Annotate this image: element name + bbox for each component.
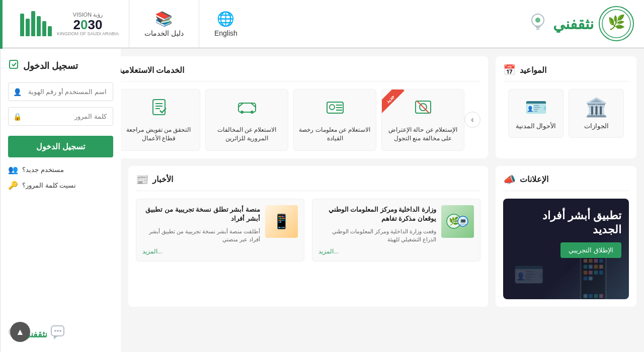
svg-line-9 xyxy=(417,101,429,113)
news-more-2[interactable]: ...المزيد xyxy=(142,248,260,255)
violations-icon xyxy=(237,97,257,122)
news-thumb-img-2: 📱 xyxy=(265,205,298,238)
announcements-title: الإعلانات xyxy=(520,174,548,184)
news-card-1: 🌿 💻 وزارة الداخلية ومركز المعلومات الوطن… xyxy=(312,199,480,261)
announcements-icon: 📣 xyxy=(503,173,516,186)
svg-point-16 xyxy=(240,111,244,114)
password-group: 🔒 xyxy=(8,107,113,126)
services-section: الخدمات الاستعلامية 🗂️ › جديد xyxy=(121,56,488,158)
vision-2030-logo: رؤية VISION 2030 KINGDOM OF SAUDI ARABIA xyxy=(10,0,129,48)
violations-label: الاستعلام عن المخالفات المرورية للزائرين xyxy=(211,126,283,143)
travel-ban-icon xyxy=(413,97,433,122)
svg-text:🌿: 🌿 xyxy=(608,14,625,31)
news-section: الأخبار 📰 🌿 xyxy=(128,166,488,307)
forgot-pass-icon: 🔑 xyxy=(8,181,18,190)
username-group: 👤 xyxy=(8,82,113,101)
news-grid: 🌿 💻 وزارة الداخلية ومركز المعلومات الوطن… xyxy=(136,199,480,261)
top-section-row: المواعيد 📅 🏛️ الجوازات 🪪 الأحوال المدنية xyxy=(128,56,636,158)
service-card-license[interactable]: الاستعلام عن معلومات رخصة القيادة xyxy=(293,89,376,151)
username-input[interactable] xyxy=(8,82,113,101)
header-right: 🌐 English 📚 دليل الخدمات رؤية VISION 203… xyxy=(10,0,253,48)
slider-prev-arrow[interactable]: › xyxy=(464,112,480,128)
news-excerpt-1: وقعت وزارة الداخلية ومركز المعلومات الوط… xyxy=(318,227,436,244)
travel-ban-label: الإستعلام عن حالة الإعتراض على مخالفة من… xyxy=(387,126,459,143)
appointment-card-civil[interactable]: 🪪 الأحوال المدنية xyxy=(508,89,564,138)
news-card-2: 📱 منصة أبشر تطلق نسخة تجريبية من تطبيق أ… xyxy=(136,199,304,261)
svg-text:🌿: 🌿 xyxy=(449,216,459,226)
passports-label: الجوازات xyxy=(584,122,609,130)
service-card-verify[interactable]: التحقق من تفويض مراجعة قطاع الأعمال xyxy=(121,89,200,151)
service-card-travel-ban[interactable]: جديد الإستعلام عن حالة الإعتراض على مخال… xyxy=(381,89,464,151)
services-title: الخدمات الاستعلامية xyxy=(121,65,184,75)
services-slider: › جديد xyxy=(121,89,480,151)
vision-bars-chart xyxy=(20,11,52,36)
news-thumb-img-1: 🌿 💻 xyxy=(441,205,474,238)
svg-text:💻: 💻 xyxy=(459,217,467,225)
header-brand: نثقفني xyxy=(525,11,594,36)
launch-trial-button[interactable]: الإطلاق التجريبي xyxy=(560,242,621,258)
services-header: الخدمات الاستعلامية 🗂️ xyxy=(121,64,480,81)
svg-rect-18 xyxy=(153,100,165,115)
new-user-icon: 👥 xyxy=(8,165,18,174)
news-content-2: منصة أبشر تطلق نسخة تجريبية من تطبيق أبش… xyxy=(142,205,260,255)
appointments-grid: 🏛️ الجوازات 🪪 الأحوال المدنية xyxy=(503,89,629,138)
brand-name: نثقفني xyxy=(553,15,594,33)
appointment-card-passports[interactable]: 🏛️ الجوازات xyxy=(569,89,624,138)
svg-point-11 xyxy=(330,105,335,110)
services-guide-nav[interactable]: 📚 دليل الخدمات xyxy=(129,0,199,48)
appointments-header: المواعيد 📅 xyxy=(503,64,629,81)
svg-point-6 xyxy=(535,18,540,23)
header-left: 🌿 نثقفني xyxy=(525,6,634,41)
globe-icon: 🌐 xyxy=(217,11,234,27)
calendar-icon: 📅 xyxy=(503,64,516,76)
language-label: English xyxy=(214,29,237,37)
language-switcher[interactable]: 🌐 English xyxy=(199,0,253,48)
license-label: الاستعلام عن معلومات رخصة القيادة xyxy=(299,126,371,143)
news-thumb-2: 📱 xyxy=(265,205,298,238)
verify-label: التحقق من تفويض مراجعة قطاع الأعمال xyxy=(123,126,195,143)
phone-mockup: 📱 xyxy=(565,254,621,299)
news-icon: 📰 xyxy=(136,173,148,186)
svg-rect-26 xyxy=(10,60,18,68)
service-card-violations[interactable]: الاستعلام عن المخالفات المرورية للزائرين xyxy=(205,89,288,151)
new-user-link[interactable]: مستخدم جديد؟ 👥 xyxy=(8,165,113,174)
svg-point-29 xyxy=(57,330,59,332)
login-title: تسجيل الدخول xyxy=(8,59,113,72)
user-icon: 👤 xyxy=(13,88,22,96)
vision-kingdom: KINGDOM OF SAUDI ARABIA xyxy=(57,31,119,36)
civil-affairs-label: الأحوال المدنية xyxy=(516,122,556,130)
services-guide-label: دليل الخدمات xyxy=(144,29,184,37)
new-badge-text: جديد xyxy=(382,90,405,113)
news-card-2-inner: 📱 منصة أبشر تطلق نسخة تجريبية من تطبيق أ… xyxy=(142,205,298,255)
bottom-section-row: الإعلانات 📣 📱 🪪 تطبيق أبشر أفراد الجديد … xyxy=(128,166,636,307)
civil-affairs-icon: 🪪 xyxy=(525,97,547,118)
announcements-header: الإعلانات 📣 xyxy=(503,173,629,191)
vision-year: 2030 xyxy=(57,18,119,31)
services-guide-icon: 📚 xyxy=(155,11,173,27)
lock-icon: 🔒 xyxy=(13,113,22,121)
news-title-1: وزارة الداخلية ومركز المعلومات الوطني يو… xyxy=(318,205,436,223)
appointments-title: المواعيد xyxy=(520,65,546,75)
news-card-1-inner: 🌿 💻 وزارة الداخلية ومركز المعلومات الوطن… xyxy=(318,205,474,255)
card-mockup: 🪪 xyxy=(513,260,544,289)
login-sidebar: تسجيل الدخول 👤 🔒 تسجيل الدخول مستخدم جدي… xyxy=(0,49,121,352)
svg-point-28 xyxy=(54,330,56,332)
news-title-2: منصة أبشر تطلق نسخة تجريبية من تطبيق أبش… xyxy=(142,205,260,223)
verify-icon xyxy=(149,97,169,122)
announcement-title: تطبيق أبشر أفراد الجديد xyxy=(511,209,621,237)
scroll-to-top-button[interactable]: ▲ xyxy=(10,322,30,342)
news-excerpt-2: أطلقت منصة أبشر نسخة تجريبية من تطبيق أب… xyxy=(142,227,260,244)
login-button[interactable]: تسجيل الدخول xyxy=(8,136,113,157)
password-input[interactable] xyxy=(8,107,113,126)
announcement-banner: 📱 🪪 تطبيق أبشر أفراد الجديد الإطلاق التج… xyxy=(503,199,629,299)
saudi-emblem: 🌿 xyxy=(599,6,634,41)
news-content-1: وزارة الداخلية ومركز المعلومات الوطني يو… xyxy=(318,205,436,255)
news-thumb-1: 🌿 💻 xyxy=(441,205,474,238)
chatbot-bubble-icon xyxy=(50,324,70,344)
license-icon xyxy=(325,97,345,122)
news-more-1[interactable]: ...المزيد xyxy=(318,248,436,255)
news-title: الأخبار xyxy=(152,174,173,184)
svg-point-17 xyxy=(251,111,254,114)
forgot-password-link[interactable]: نسيت كلمة المرور؟ 🔑 xyxy=(8,181,113,190)
main-layout: المواعيد 📅 🏛️ الجوازات 🪪 الأحوال المدنية xyxy=(0,49,644,352)
